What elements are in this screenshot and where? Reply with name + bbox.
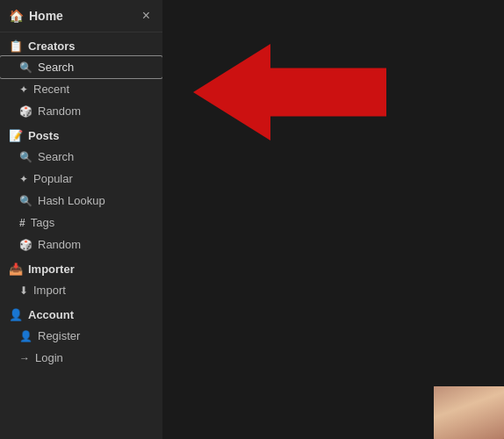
sidebar-item-label: Search (38, 61, 74, 74)
account-section-icon: 👤 (9, 308, 23, 321)
account-section-label: Account (28, 308, 74, 321)
annotation-arrow (184, 44, 395, 140)
sidebar-item-label: Tags (31, 216, 54, 229)
importer-section-label: Importer (28, 263, 75, 276)
sidebar-item-label: Login (35, 351, 63, 364)
svg-marker-0 (193, 44, 386, 140)
sidebar: 🏠 Home × 📋 Creators 🔍 Search ✦ Recent 🎲 … (0, 0, 162, 439)
sidebar-item-posts-tags[interactable]: # Tags (0, 212, 162, 234)
sidebar-item-creators-random[interactable]: 🎲 Random (0, 100, 162, 122)
register-icon: 👤 (19, 330, 32, 342)
popular-icon: ✦ (19, 173, 28, 185)
search-icon: 🔍 (19, 61, 32, 74)
hash-lookup-icon: 🔍 (19, 195, 32, 207)
close-button[interactable]: × (139, 7, 154, 25)
sidebar-item-label: Register (38, 329, 80, 342)
main-content (162, 0, 504, 439)
sidebar-item-posts-hash-lookup[interactable]: 🔍 Hash Lookup (0, 190, 162, 212)
login-icon: → (19, 352, 30, 364)
section-header-posts: 📝 Posts (0, 122, 162, 146)
recent-icon: ✦ (19, 83, 28, 96)
sidebar-item-label: Import (33, 284, 66, 297)
sidebar-header-title-group: 🏠 Home (9, 9, 63, 23)
posts-section-label: Posts (28, 129, 59, 142)
sidebar-item-posts-search[interactable]: 🔍 Search (0, 146, 162, 168)
section-header-importer: 📥 Importer (0, 255, 162, 279)
tags-icon: # (19, 217, 25, 229)
import-icon: ⬇ (19, 284, 28, 297)
sidebar-item-login[interactable]: → Login (0, 347, 162, 369)
sidebar-item-label: Random (38, 104, 81, 118)
sidebar-item-creators-search[interactable]: 🔍 Search (0, 56, 162, 78)
random-icon: 🎲 (19, 239, 32, 251)
section-header-account: 👤 Account (0, 301, 162, 325)
creators-section-icon: 📋 (9, 40, 23, 53)
sidebar-item-label: Random (38, 238, 81, 251)
sidebar-item-posts-popular[interactable]: ✦ Popular (0, 168, 162, 190)
sidebar-item-label: Hash Lookup (38, 194, 105, 207)
thumbnail-image (434, 386, 504, 439)
section-header-creators: 📋 Creators (0, 32, 162, 56)
sidebar-item-import[interactable]: ⬇ Import (0, 279, 162, 301)
creators-section-label: Creators (28, 40, 75, 53)
sidebar-title: Home (29, 9, 63, 23)
random-icon: 🎲 (19, 105, 32, 118)
home-icon: 🏠 (9, 9, 24, 23)
sidebar-item-creators-recent[interactable]: ✦ Recent (0, 78, 162, 100)
search-icon: 🔍 (19, 151, 32, 163)
sidebar-item-register[interactable]: 👤 Register (0, 325, 162, 347)
sidebar-header: 🏠 Home × (0, 0, 162, 32)
sidebar-item-label: Popular (33, 172, 73, 185)
sidebar-item-label: Search (38, 150, 74, 163)
sidebar-item-posts-random[interactable]: 🎲 Random (0, 234, 162, 255)
importer-section-icon: 📥 (9, 263, 23, 276)
sidebar-item-label: Recent (33, 83, 69, 96)
posts-section-icon: 📝 (9, 129, 23, 142)
